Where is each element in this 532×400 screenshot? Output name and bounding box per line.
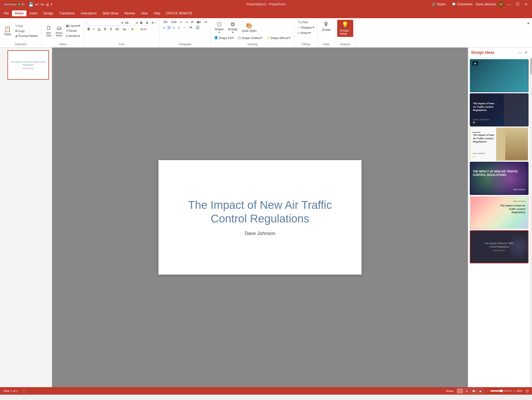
- slideshow-view-button[interactable]: ▶: [478, 389, 484, 393]
- menu-office-remote[interactable]: OFFICE REMOTE: [164, 10, 195, 16]
- reading-view-button[interactable]: 📖: [471, 389, 477, 393]
- bullets-button[interactable]: ☰▾: [162, 20, 169, 24]
- design-panel-scrollbar[interactable]: [530, 57, 532, 387]
- smartart-button[interactable]: 🔄: [194, 25, 201, 30]
- line-spacing-button[interactable]: ↕▾: [203, 20, 209, 24]
- align-right-button[interactable]: ≡: [172, 25, 176, 30]
- menu-view[interactable]: View: [138, 10, 150, 16]
- font-name-dropdown-icon[interactable]: ▾: [122, 21, 123, 24]
- font-name-input[interactable]: [86, 20, 121, 26]
- design-card-3[interactable]: The Impact of New Air Traffic Control Re…: [470, 128, 529, 161]
- bold-button[interactable]: B: [86, 26, 91, 32]
- normal-view-button[interactable]: ⬚: [457, 389, 463, 393]
- shrink-font-button[interactable]: A: [145, 21, 150, 25]
- menu-slideshow[interactable]: Slide Show: [100, 10, 121, 16]
- user-name: Dave Johnson: [476, 2, 496, 6]
- case-button[interactable]: Aa: [121, 27, 127, 31]
- text-direction-button[interactable]: ↔: [181, 25, 187, 30]
- undo-icon[interactable]: ↩: [35, 2, 39, 7]
- shape-outline-button[interactable]: ⬜ Shape Outline ▾: [236, 36, 264, 40]
- avatar[interactable]: DJ: [498, 1, 504, 7]
- share-button[interactable]: 🔗 Share: [429, 1, 449, 7]
- slide-thumbnail[interactable]: The Impact of New Air Traffic Control Re…: [7, 50, 49, 80]
- section-button[interactable]: § Section ▾: [65, 34, 81, 38]
- reuse-slides-button[interactable]: 🗂 Reuse Slides: [54, 24, 64, 38]
- replace-button[interactable]: ↔ Replace ▾: [296, 25, 315, 30]
- save-icon[interactable]: 💾: [28, 2, 34, 7]
- align-left-button[interactable]: ≡: [162, 25, 166, 30]
- autosave-badge[interactable]: AutoSave On: [2, 2, 27, 7]
- dictate-button[interactable]: 🎙 Dictate: [320, 20, 333, 32]
- print-icon[interactable]: 🖨: [45, 2, 49, 6]
- spacing-button[interactable]: AV: [114, 27, 121, 31]
- menu-file[interactable]: File: [1, 10, 11, 16]
- collapse-ribbon-button[interactable]: ▲: [526, 20, 531, 26]
- slide-canvas[interactable]: The Impact of New Air Traffic Control Re…: [158, 160, 362, 275]
- strikethrough-button[interactable]: S: [103, 26, 108, 32]
- convert-button[interactable]: ⇄: [190, 20, 195, 24]
- layout-button[interactable]: ▦ Layout ▾: [65, 24, 81, 28]
- notes-button[interactable]: Notes: [446, 389, 454, 393]
- underline-button[interactable]: U: [96, 26, 102, 32]
- customize-icon[interactable]: ▾: [51, 2, 52, 6]
- scrollbar-thumb[interactable]: [530, 59, 532, 75]
- highlight-button[interactable]: A: [130, 27, 138, 31]
- design-card-6[interactable]: The Impact of New Air Traffic Control Re…: [470, 230, 529, 263]
- italic-button[interactable]: I: [92, 26, 96, 32]
- align-text-button[interactable]: ≡▾: [188, 25, 193, 30]
- justify-button[interactable]: ≡: [177, 25, 181, 30]
- panel-close-button[interactable]: ✕: [523, 50, 529, 55]
- menu-help[interactable]: Help: [151, 10, 163, 16]
- design-card-1[interactable]: ▶: [470, 59, 529, 92]
- numbering-button[interactable]: 1☰▾: [169, 20, 178, 24]
- close-button[interactable]: ✕: [522, 1, 530, 8]
- shape-fill-button[interactable]: 🪣 Shape Fill ▾: [213, 36, 235, 40]
- clear-format-button[interactable]: A✕: [150, 21, 157, 25]
- menu-design[interactable]: Design: [41, 10, 56, 16]
- columns-button[interactable]: ▦▾: [195, 20, 202, 24]
- design-ideas-icon: 💡: [341, 21, 349, 28]
- design-card-5[interactable]: Dave Johnson The Impact of New Air Traff…: [470, 196, 529, 229]
- slide-title[interactable]: The Impact of New Air Traffic Control Re…: [158, 198, 362, 225]
- design-ideas-ribbon-button[interactable]: 💡 Design Ideas: [337, 20, 353, 37]
- menu-review[interactable]: Review: [122, 10, 138, 16]
- slide-sorter-button[interactable]: ⊞: [464, 389, 470, 393]
- design-card-2[interactable]: The Impact of New Air Traffic Control Re…: [470, 93, 529, 126]
- format-painter-button[interactable]: 🖌 Format Painter: [14, 34, 40, 38]
- menu-insert[interactable]: Insert: [27, 10, 40, 16]
- arrange-button[interactable]: ⧉ Arrange ▾: [226, 20, 239, 35]
- redo-icon[interactable]: ↪: [40, 2, 44, 7]
- zoom-out-icon[interactable]: −: [487, 389, 488, 393]
- align-center-button[interactable]: ≡: [167, 25, 171, 30]
- menu-animations[interactable]: Animations: [78, 10, 99, 16]
- menu-home[interactable]: Home: [12, 10, 26, 16]
- fit-button[interactable]: ⊡: [526, 389, 529, 393]
- reset-button[interactable]: ↺ Reset: [65, 29, 81, 33]
- canvas-area[interactable]: The Impact of New Air Traffic Control Re…: [52, 48, 468, 387]
- cut-button[interactable]: ✂ Cut: [14, 24, 40, 28]
- shadow-button[interactable]: S: [108, 26, 113, 32]
- decrease-indent-button[interactable]: ⇐: [178, 20, 184, 24]
- shape-effects-button[interactable]: ✨ Shape Effects ▾: [265, 36, 292, 40]
- panel-minimize-button[interactable]: —: [517, 50, 522, 55]
- shapes-button[interactable]: ⬡ Shapes ▾: [213, 20, 225, 35]
- font-size-input[interactable]: [124, 20, 135, 26]
- zoom-slider-track[interactable]: [490, 390, 512, 391]
- paste-button[interactable]: 📋 Paste: [2, 25, 13, 37]
- increase-indent-button[interactable]: ⇒: [184, 20, 189, 24]
- grow-font-button[interactable]: A: [138, 20, 144, 25]
- font-size-dropdown-icon[interactable]: ▾: [136, 21, 138, 24]
- minimize-button[interactable]: —: [505, 1, 513, 8]
- comments-button[interactable]: 💬 Comments: [450, 1, 475, 7]
- restore-button[interactable]: ❐: [514, 1, 521, 8]
- zoom-in-icon[interactable]: +: [513, 389, 515, 393]
- menu-transitions[interactable]: Transitions: [57, 10, 77, 16]
- quick-styles-button[interactable]: 🎨 Quick Styles: [240, 21, 258, 33]
- font-color-button[interactable]: A: [139, 27, 147, 31]
- copy-button[interactable]: ⧉ Copy: [14, 29, 40, 33]
- slide-subtitle[interactable]: Dave Johnson: [244, 231, 275, 236]
- select-button[interactable]: ▷ Select ▾: [296, 30, 315, 35]
- design-card-4[interactable]: THE IMPACT OF NEW AIR TRAFFIC CONTROL RE…: [470, 162, 529, 195]
- find-button[interactable]: 🔍 Find: [296, 20, 315, 24]
- new-slide-button[interactable]: 🗋 New Slide: [44, 24, 53, 38]
